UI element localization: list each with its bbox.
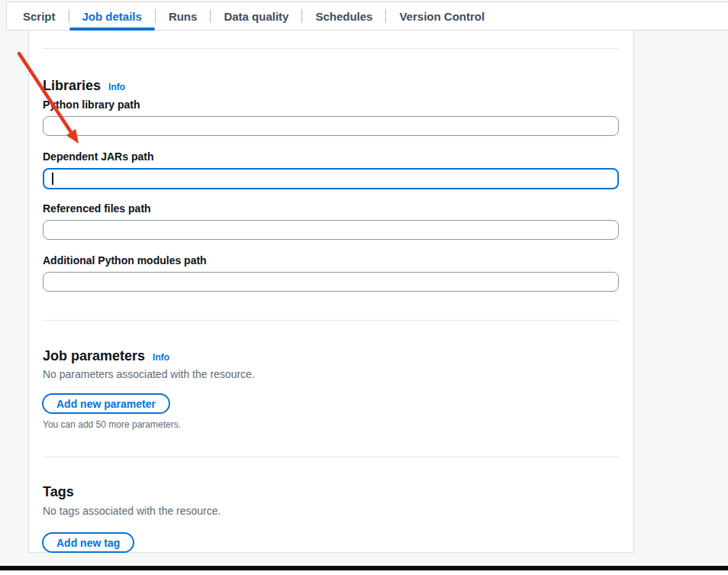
tab-schedules[interactable]: Schedules [302,2,385,30]
tab-script-label: Script [23,10,56,23]
window-bottom-bar [0,566,728,570]
dependent-jars-path-label: Dependent JARs path [43,151,153,163]
section-divider [43,320,619,321]
tags-title: Tags [43,484,74,499]
add-new-tag-button[interactable]: Add new tag [42,532,134,553]
tab-bar: Script Job details Runs Data quality Sch… [6,2,728,31]
tab-script[interactable]: Script [10,2,69,30]
job-parameters-title: Job parameters [43,348,145,363]
tab-version-control[interactable]: Version Control [386,2,498,30]
python-library-path-input[interactable] [43,116,619,136]
libraries-info-link[interactable]: Info [108,79,125,95]
libraries-title: Libraries [43,78,101,93]
python-library-path-label: Python library path [43,99,140,111]
referenced-files-path-label: Referenced files path [43,203,151,215]
job-parameters-info-link[interactable]: Info [153,350,169,365]
job-parameters-note: You can add 50 more parameters. [43,419,181,430]
tab-job-details[interactable]: Job details [69,2,155,30]
tab-runs-label: Runs [169,10,198,23]
section-divider [43,48,619,49]
additional-python-modules-path-input[interactable] [43,272,619,292]
additional-python-modules-path-label: Additional Python modules path [43,255,207,267]
tab-job-details-label: Job details [82,10,142,23]
tab-version-control-label: Version Control [399,10,485,23]
tab-data-quality[interactable]: Data quality [211,2,301,30]
job-parameters-section-heading: Job parameters Info [43,348,169,365]
dependent-jars-path-input[interactable] [43,168,619,189]
job-parameters-empty-text: No parameters associated with the resour… [43,369,255,380]
libraries-section-heading: Libraries Info [43,78,125,95]
tags-section-heading: Tags [43,484,74,499]
tags-empty-text: No tags associated with the resource. [43,506,221,517]
referenced-files-path-input[interactable] [43,220,619,240]
tab-data-quality-label: Data quality [224,10,288,23]
tab-runs[interactable]: Runs [156,2,211,30]
tab-schedules-label: Schedules [315,10,372,23]
add-new-parameter-button[interactable]: Add new parameter [42,393,170,414]
text-cursor [52,173,53,185]
section-divider [43,457,619,457]
job-details-panel: Libraries Info Python library path Depen… [28,31,634,553]
